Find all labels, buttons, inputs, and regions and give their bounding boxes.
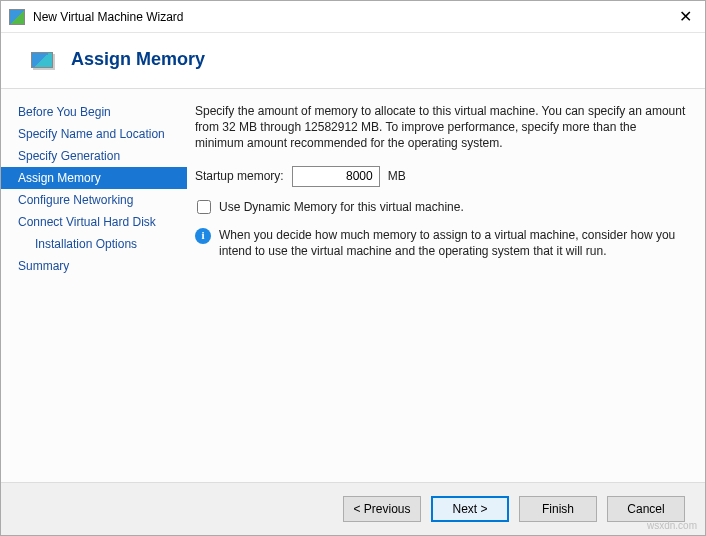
step-assign-memory[interactable]: Assign Memory: [1, 167, 187, 189]
step-specify-name[interactable]: Specify Name and Location: [1, 123, 187, 145]
close-icon[interactable]: ✕: [665, 1, 705, 33]
vm-icon: [31, 52, 53, 68]
page-title: Assign Memory: [71, 49, 205, 70]
step-specify-generation[interactable]: Specify Generation: [1, 145, 187, 167]
step-summary[interactable]: Summary: [1, 255, 187, 277]
wizard-header: Assign Memory: [1, 33, 705, 88]
titlebar: New Virtual Machine Wizard ✕: [1, 1, 705, 33]
startup-memory-label: Startup memory:: [195, 168, 284, 184]
startup-memory-row: Startup memory: MB: [195, 166, 687, 187]
startup-memory-input[interactable]: [292, 166, 380, 187]
description-text: Specify the amount of memory to allocate…: [195, 103, 687, 152]
finish-button[interactable]: Finish: [519, 496, 597, 522]
step-before-you-begin[interactable]: Before You Begin: [1, 101, 187, 123]
step-configure-networking[interactable]: Configure Networking: [1, 189, 187, 211]
wizard-footer: < Previous Next > Finish Cancel: [1, 483, 705, 535]
startup-memory-unit: MB: [388, 168, 406, 184]
wizard-body: Before You Begin Specify Name and Locati…: [1, 88, 705, 483]
wizard-window: New Virtual Machine Wizard ✕ Assign Memo…: [0, 0, 706, 536]
info-row: i When you decide how much memory to ass…: [195, 227, 687, 259]
info-icon: i: [195, 228, 211, 244]
previous-button[interactable]: < Previous: [343, 496, 421, 522]
app-icon: [9, 9, 25, 25]
cancel-button[interactable]: Cancel: [607, 496, 685, 522]
step-connect-vhd[interactable]: Connect Virtual Hard Disk: [1, 211, 187, 233]
step-installation-options[interactable]: Installation Options: [1, 233, 187, 255]
dynamic-memory-row: Use Dynamic Memory for this virtual mach…: [195, 199, 687, 215]
next-button[interactable]: Next >: [431, 496, 509, 522]
wizard-content: Specify the amount of memory to allocate…: [187, 89, 705, 482]
dynamic-memory-label: Use Dynamic Memory for this virtual mach…: [219, 199, 464, 215]
window-title: New Virtual Machine Wizard: [33, 10, 665, 24]
dynamic-memory-checkbox[interactable]: [197, 200, 211, 214]
wizard-steps: Before You Begin Specify Name and Locati…: [1, 89, 187, 482]
info-text: When you decide how much memory to assig…: [219, 227, 687, 259]
